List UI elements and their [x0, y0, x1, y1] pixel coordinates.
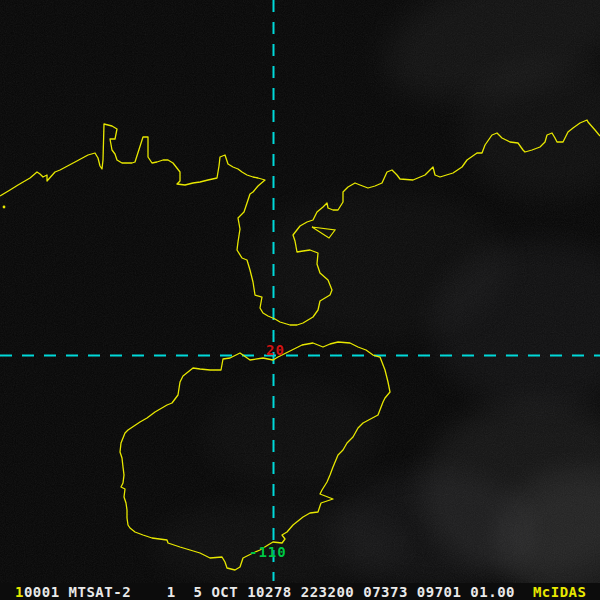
longitude-label: -110: [249, 546, 287, 558]
coastline-dot: [3, 206, 6, 209]
map-overlay: [0, 0, 600, 600]
status-bar: 10001 MTSAT-2 1 5 OCT 10278 223200 07373…: [0, 583, 600, 600]
mainland-coastline: [0, 120, 600, 325]
status-segment: 1: [15, 584, 24, 600]
latitude-label: 20: [266, 344, 285, 356]
hainan-island-coastline: [120, 342, 390, 570]
islet-coastline: [312, 227, 335, 238]
status-segment: McIDAS: [533, 584, 587, 600]
status-segment: 0001 MTSAT-2 1 5 OCT 10278 223200 07373 …: [24, 584, 533, 600]
satellite-image-display[interactable]: 20 -110 10001 MTSAT-2 1 5 OCT 10278 2232…: [0, 0, 600, 600]
status-bar-text: 10001 MTSAT-2 1 5 OCT 10278 223200 07373…: [15, 582, 586, 600]
